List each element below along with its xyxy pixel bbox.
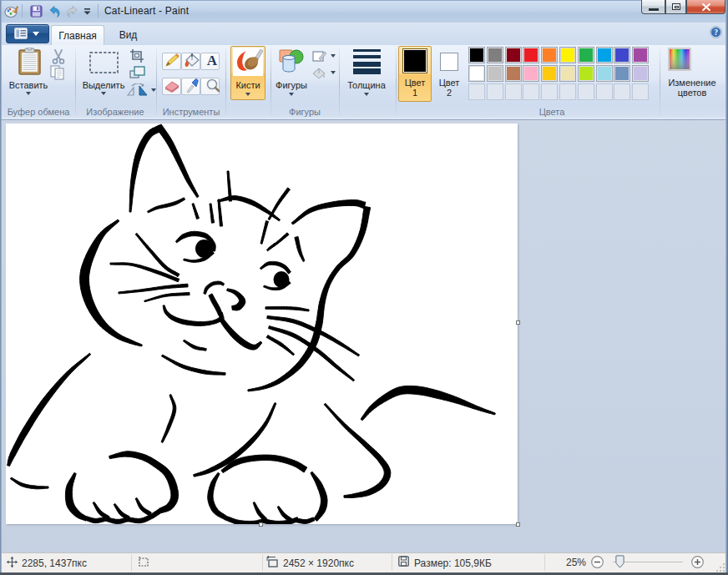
svg-text:?: ? (714, 28, 718, 37)
svg-text:A: A (207, 53, 218, 67)
